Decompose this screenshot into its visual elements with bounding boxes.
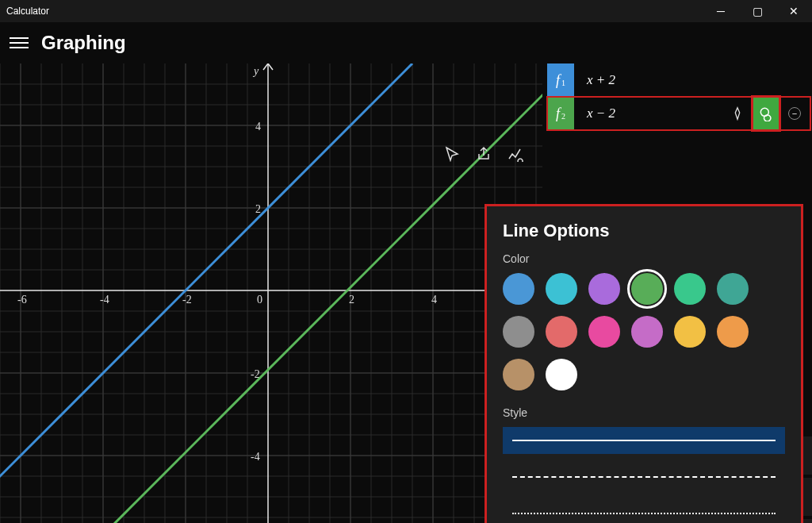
svg-text:4: 4	[431, 294, 437, 306]
svg-text:-4: -4	[251, 451, 260, 463]
line-options-panel: Line Options Color Style	[487, 206, 801, 523]
remove-icon[interactable]: −	[782, 98, 807, 129]
graph-canvas[interactable]: -6 -4 -2 0 2 4 4 2 -2 -4 y	[0, 63, 542, 523]
color-swatch-8[interactable]	[588, 316, 620, 348]
svg-text:0: 0	[257, 294, 262, 306]
function-badge-1: f1	[547, 63, 574, 97]
svg-text:4: 4	[255, 121, 261, 133]
titlebar: Calculator ─ ▢ ✕	[0, 0, 812, 22]
svg-text:2: 2	[255, 203, 261, 215]
color-swatch-12[interactable]	[503, 359, 534, 390]
analyze-icon[interactable]	[725, 98, 750, 129]
style-dotted[interactable]	[503, 500, 785, 523]
color-swatches	[503, 273, 785, 390]
color-swatch-0[interactable]	[503, 273, 534, 305]
function-badge-2: f2	[547, 97, 574, 130]
color-swatch-1[interactable]	[546, 273, 577, 305]
color-swatch-7[interactable]	[546, 316, 577, 348]
plot-f2	[103, 63, 542, 523]
color-swatch-10[interactable]	[674, 316, 706, 348]
svg-text:2: 2	[349, 294, 354, 306]
function-panel: f1 x + 2 f2 x − 2 −	[547, 63, 810, 130]
window-controls: ─ ▢ ✕	[703, 0, 812, 22]
color-swatch-4[interactable]	[674, 273, 706, 305]
svg-text:y: y	[252, 65, 259, 77]
graph-settings-icon[interactable]	[508, 146, 525, 166]
function-expr-1[interactable]: x + 2	[579, 72, 807, 88]
color-swatch-13[interactable]	[546, 359, 577, 390]
style-solid[interactable]	[503, 427, 785, 454]
maximize-button[interactable]: ▢	[739, 0, 776, 22]
pointer-tool-icon[interactable]	[444, 146, 460, 166]
style-dashed[interactable]	[503, 463, 785, 490]
share-icon[interactable]	[476, 146, 492, 166]
svg-text:-6: -6	[17, 294, 27, 306]
line-options-title: Line Options	[503, 221, 785, 241]
graph-svg: -6 -4 -2 0 2 4 4 2 -2 -4 y	[0, 63, 542, 523]
app-title: Calculator	[6, 6, 49, 17]
color-swatch-6[interactable]	[503, 316, 534, 348]
color-section-label: Color	[503, 252, 785, 265]
hamburger-menu-icon[interactable]	[10, 37, 29, 48]
color-swatch-5[interactable]	[717, 273, 749, 305]
function-row-1[interactable]: f1 x + 2	[547, 63, 810, 97]
minimize-button[interactable]: ─	[703, 0, 739, 22]
style-section-label: Style	[503, 406, 785, 419]
svg-text:-4: -4	[100, 294, 109, 306]
app-header: Graphing	[0, 22, 812, 63]
function-row-2[interactable]: f2 x − 2 −	[547, 97, 810, 130]
line-style-icon[interactable]	[753, 98, 779, 129]
color-swatch-2[interactable]	[588, 273, 620, 305]
svg-text:-2: -2	[182, 294, 192, 306]
color-swatch-11[interactable]	[717, 316, 749, 348]
graph-toolbar	[436, 141, 533, 171]
color-swatch-3[interactable]	[631, 273, 663, 305]
function-expr-2[interactable]: x − 2	[579, 106, 720, 121]
style-list	[503, 427, 785, 523]
close-button[interactable]: ✕	[776, 0, 812, 22]
color-swatch-9[interactable]	[631, 316, 663, 348]
mode-title: Graphing	[41, 32, 126, 54]
